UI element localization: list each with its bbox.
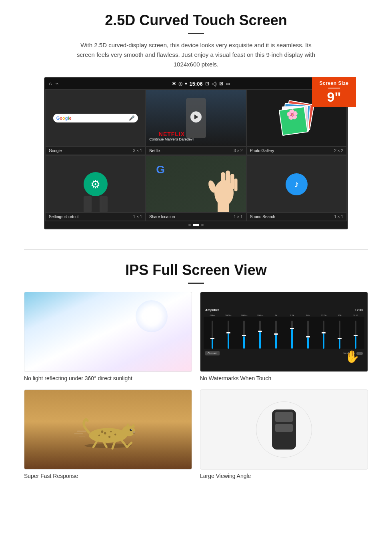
svg-point-18 (98, 434, 100, 436)
amp-status-bar: Amplifier 17:33 (204, 307, 364, 313)
feature-item-sunlight: No light reflecting under 360° direct su… (24, 292, 192, 381)
photo-card-1: 🌸 (279, 106, 308, 136)
section-curved-touch: 2.5D Curved Touch Screen With 2.5D curve… (0, 0, 392, 237)
svg-point-9 (122, 426, 135, 436)
section-divider (24, 249, 368, 250)
feature-img-cheetah (24, 389, 192, 470)
google-label-name: Google (49, 149, 62, 153)
window-icon: ▭ (226, 81, 230, 86)
feature-img-car: ◄ ► (200, 389, 368, 470)
car-oval: ◄ ► (256, 401, 312, 458)
shadow-person-2 (100, 196, 108, 212)
cheetah-svg (64, 405, 152, 454)
photo-gallery-label-name: Photo Gallery (250, 149, 274, 153)
shadow-person-1 (84, 196, 92, 212)
section-title-ips: IPS Full Screen View (24, 262, 368, 279)
custom-button[interactable]: Custom (205, 351, 220, 355)
play-triangle-icon (194, 114, 198, 119)
music-icon-bg: ♪ (286, 173, 308, 195)
eq-bar-3 (253, 317, 267, 349)
play-button[interactable] (190, 111, 202, 122)
x-icon: ⊠ (219, 81, 223, 86)
netflix-label-overlay: NETFLIX Continue Marvel's Daredevil (149, 131, 194, 141)
dot-2-active (193, 224, 199, 226)
app-grid-row2: ⚙ G (45, 155, 347, 213)
netflix-label-name: Netflix (149, 149, 160, 153)
svg-point-13 (131, 429, 132, 430)
feature-item-cheetah: Super Fast Response (24, 389, 192, 479)
app-grid-row1: Google 🎤 (45, 89, 347, 147)
app-label-photo-gallery: Photo Gallery 2 × 2 (247, 147, 346, 155)
share-location-label-size: 1 × 1 (234, 215, 243, 219)
google-app-content: Google 🎤 (46, 90, 145, 146)
settings-label-name: Settings shortcut (49, 215, 78, 219)
app-label-share-location: Share location 1 × 1 (146, 213, 246, 221)
app-labels-row2: Settings shortcut 1 × 1 Share location 1… (45, 213, 347, 221)
badge-divider (328, 88, 340, 88)
dot-3 (201, 224, 204, 226)
netflix-logo: NETFLIX (149, 131, 194, 137)
sound-search-content: ♪ (247, 156, 346, 212)
bluetooth-icon: ✱ (172, 81, 176, 86)
caption-sunlight: No light reflecting under 360° direct su… (24, 375, 192, 381)
feature-item-car: ◄ ► Large Viewing Angle (200, 389, 368, 479)
app-cell-settings[interactable]: ⚙ (46, 156, 145, 212)
caption-car: Large Viewing Angle (200, 473, 368, 479)
location-icon: ◎ (178, 81, 182, 86)
app-cell-google[interactable]: Google 🎤 (46, 90, 145, 146)
maps-container: G (156, 164, 165, 175)
eq-bar-7 (317, 317, 331, 349)
amp-time: 17:33 (355, 308, 363, 312)
shadow-icons (46, 192, 145, 212)
settings-app-content: ⚙ (46, 156, 145, 212)
status-bar: ⌂ ⌁ ✱ ◎ ▾ 15:06 ⊡ ◁) ⊠ ▭ (45, 78, 347, 89)
feature-img-amplifier: Amplifier 17:33 60hz 100hz 200hz 500hz 1… (200, 292, 368, 372)
amp-hand-icon: ✋ (345, 349, 360, 363)
netflix-label-size: 3 × 2 (234, 149, 243, 153)
music-note-icon: ♪ (294, 179, 299, 190)
status-time: 15:06 (190, 81, 203, 87)
eq-bar-1 (221, 317, 236, 349)
eq-bar-9 (348, 317, 363, 349)
svg-point-17 (108, 436, 110, 438)
mic-icon: 🎤 (129, 115, 135, 121)
title-underline-1 (188, 33, 204, 34)
svg-point-16 (110, 431, 112, 432)
google-search-bar[interactable]: Google 🎤 (53, 114, 138, 122)
wifi-icon: ▾ (185, 81, 187, 86)
photo-gallery-label-size: 2 × 2 (334, 149, 343, 153)
sound-search-label-size: 1 × 1 (334, 215, 343, 219)
app-label-google: Google 3 × 1 (46, 147, 145, 155)
app-label-netflix: Netflix 3 × 2 (146, 147, 246, 155)
car-rear-window (275, 424, 293, 432)
title-underline-2 (188, 283, 204, 284)
app-label-settings: Settings shortcut 1 × 1 (46, 213, 145, 221)
app-labels-row1: Google 3 × 1 Netflix 3 × 2 Photo Gallery… (45, 147, 347, 155)
eq-bar-0 (205, 317, 220, 349)
app-cell-share-location[interactable]: G (146, 156, 246, 212)
eq-bar-2 (237, 317, 252, 349)
camera-icon: ⊡ (205, 81, 209, 86)
app-cell-sound-search[interactable]: ♪ (247, 156, 346, 212)
caption-cheetah: Super Fast Response (24, 473, 192, 479)
share-location-label-name: Share location (149, 215, 175, 219)
feature-img-sunlight (24, 292, 192, 372)
dot-1 (188, 224, 191, 226)
amp-eq-area (204, 317, 364, 349)
svg-marker-10 (131, 424, 135, 428)
sun-glow (136, 300, 168, 332)
svg-point-15 (104, 432, 106, 435)
gear-icon: ⚙ (90, 178, 100, 191)
screen-size-badge: Screen Size 9" (312, 77, 356, 107)
flower-image: 🌸 (286, 108, 299, 120)
amp-title: Amplifier (205, 308, 219, 312)
caption-amplifier: No Watermarks When Touch (200, 375, 368, 381)
car-windshield (275, 412, 293, 422)
svg-marker-11 (126, 423, 130, 427)
car-door-line (274, 423, 294, 423)
status-left: ⌂ ⌁ (49, 81, 58, 86)
device-wrapper: Screen Size 9" ⌂ ⌁ ✱ ◎ ▾ 15:06 ⊡ ◁) ⊠ (44, 77, 348, 229)
app-cell-netflix[interactable]: NETFLIX Continue Marvel's Daredevil (146, 90, 246, 146)
pagination-dots (45, 221, 347, 229)
eq-bar-6 (301, 317, 315, 349)
